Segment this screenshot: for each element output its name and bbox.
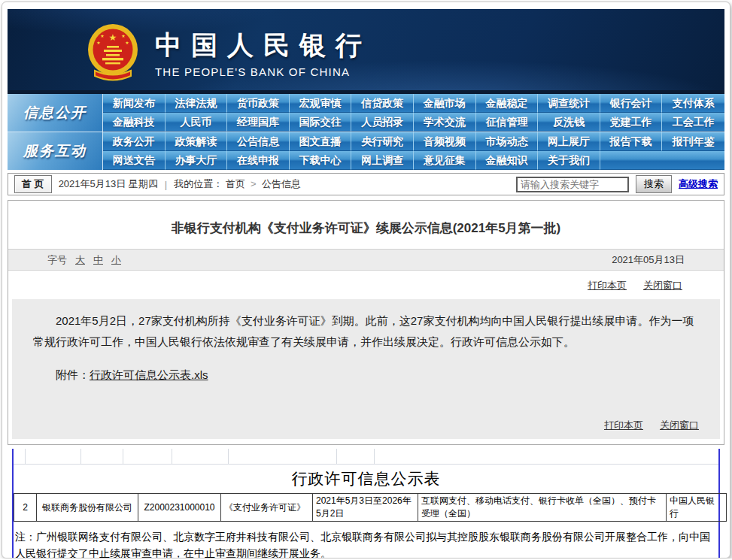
font-size-medium-link[interactable]: 中 xyxy=(93,253,103,267)
nav-label-service-interaction[interactable]: 服务互动 xyxy=(8,132,103,170)
font-size-large-link[interactable]: 大 xyxy=(75,253,85,267)
attachment-label: 附件： xyxy=(56,368,90,381)
nav-item[interactable]: 金融市场 xyxy=(414,94,476,113)
grid-cell xyxy=(172,449,229,464)
nav-item[interactable]: 图文直播 xyxy=(290,132,352,151)
nav-section-service: 服务互动 政务公开政策解读公告信息图文直播央行研究音频视频市场动态网上展厅报告下… xyxy=(8,132,724,170)
nav-item[interactable]: 市场动态 xyxy=(476,132,539,151)
svg-text:★: ★ xyxy=(100,34,104,38)
nav-item[interactable]: 调查统计 xyxy=(538,94,600,113)
grid-cell xyxy=(26,449,81,464)
nav-section-info: 信息公开 新闻发布法律法规货币政策宏观审慎信贷政策金融市场金融稳定调查统计银行会… xyxy=(8,94,724,132)
main-nav: 信息公开 新闻发布法律法规货币政策宏观审慎信贷政策金融市场金融稳定调查统计银行会… xyxy=(8,90,724,170)
grid-cell xyxy=(337,449,375,464)
page-title: 非银行支付机构《支付业务许可证》续展公示信息(2021年5月第一批) xyxy=(8,201,724,249)
svg-text:★: ★ xyxy=(109,32,117,43)
nav-item[interactable]: 网上展厅 xyxy=(538,132,600,151)
grid-cell xyxy=(81,449,123,464)
nav-item[interactable]: 工会工作 xyxy=(662,113,724,132)
nav-item[interactable]: 党建工作 xyxy=(600,113,663,132)
print-close-row-top: 打印本页 关闭窗口 xyxy=(8,271,724,299)
cell-cert-name: 《支付业务许可证》 xyxy=(221,494,313,522)
breadcrumb-home-link[interactable]: 首页 xyxy=(226,178,245,189)
close-window-link[interactable]: 关闭窗口 xyxy=(643,279,682,292)
site-title-cn: 中国人民银行 xyxy=(155,28,372,63)
nav-item[interactable]: 办事大厅 xyxy=(166,151,228,170)
grid-cell xyxy=(229,449,337,464)
nav-item[interactable]: 在线申报 xyxy=(227,151,290,170)
advanced-search-link[interactable]: 高级搜索 xyxy=(679,177,718,191)
nav-item[interactable]: 报告下载 xyxy=(600,132,663,151)
print-close-row-bottom: 打印本页 关闭窗口 xyxy=(604,419,699,432)
nav-item[interactable]: 下载中心 xyxy=(290,151,352,170)
nav-item[interactable]: 人民币 xyxy=(166,113,228,132)
font-size-small-link[interactable]: 小 xyxy=(111,253,121,267)
breadcrumb-divider: | xyxy=(165,179,167,190)
breadcrumb-arrow: > xyxy=(251,178,257,189)
license-table-title: 行政许可信息公示表 xyxy=(14,465,718,492)
nav-item[interactable]: 法律法规 xyxy=(166,94,228,113)
nav-item[interactable]: 新闻发布 xyxy=(103,94,166,113)
attachment-link[interactable]: 行政许可信息公示表.xls xyxy=(90,368,208,381)
nav-item[interactable]: 支付体系 xyxy=(662,94,724,113)
grid-cell xyxy=(375,449,718,464)
breadcrumb: 我的位置： 首页 > 公告信息 xyxy=(174,177,301,191)
svg-text:★: ★ xyxy=(125,41,129,45)
nav-item[interactable]: 货币政策 xyxy=(227,94,290,113)
nav-item[interactable]: 信贷政策 xyxy=(351,94,414,113)
font-size-bar: 字号 大 中 小 2021年05月13日 xyxy=(8,249,724,271)
nav-grid-service: 政务公开政策解读公告信息图文直播央行研究音频视频市场动态网上展厅报告下载报刊年鉴… xyxy=(103,132,724,170)
article-date: 2021年05月13日 xyxy=(612,253,685,267)
nav-item[interactable]: 银行会计 xyxy=(600,94,663,113)
nav-item[interactable]: 金融稳定 xyxy=(476,94,539,113)
cell-issuer: 中国人民银行 xyxy=(667,494,727,522)
spreadsheet-preview: 行政许可信息公示表 2 银联商务股份有限公司 Z2000231000010 《支… xyxy=(12,449,720,558)
print-page-link-bottom[interactable]: 打印本页 xyxy=(604,419,643,432)
search-input[interactable] xyxy=(516,177,629,192)
home-button[interactable]: 首 页 xyxy=(14,175,52,193)
nav-item[interactable]: 报刊年鉴 xyxy=(662,132,724,151)
nav-item[interactable]: 政务公开 xyxy=(103,132,166,151)
nav-item[interactable]: 学术交流 xyxy=(414,113,476,132)
nav-cell-empty xyxy=(662,151,724,170)
site-title-en: THE PEOPLE'S BANK OF CHINA xyxy=(155,65,372,78)
search-button[interactable]: 搜索 xyxy=(636,175,672,193)
cell-index: 2 xyxy=(14,494,37,522)
table-note: 注：广州银联网络支付有限公司、北京数字王府井科技有限公司、北京银联商务有限公司拟… xyxy=(14,522,718,558)
nav-item[interactable]: 政策解读 xyxy=(166,132,228,151)
nav-item[interactable]: 意见征集 xyxy=(414,151,476,170)
svg-text:★: ★ xyxy=(96,41,100,45)
spreadsheet-header-row xyxy=(14,449,718,465)
nav-item[interactable]: 反洗钱 xyxy=(538,113,600,132)
nav-item[interactable]: 金融科技 xyxy=(103,113,166,132)
license-table: 2 银联商务股份有限公司 Z2000231000010 《支付业务许可证》 20… xyxy=(14,493,727,522)
nav-item[interactable]: 网送文告 xyxy=(103,151,166,170)
article-paragraph: 2021年5月2日，27家支付机构所持《支付业务许可证》到期。此前，这27家支付… xyxy=(33,310,699,353)
search-area: 搜索 高级搜索 xyxy=(516,175,718,193)
nav-item[interactable]: 公告信息 xyxy=(227,132,290,151)
print-page-link[interactable]: 打印本页 xyxy=(588,279,627,292)
font-size-label: 字号 xyxy=(47,253,67,267)
nav-item[interactable]: 人员招录 xyxy=(351,113,414,132)
grid-cell xyxy=(123,449,172,464)
current-date: 2021年5月13日 星期四 xyxy=(59,177,158,191)
table-row: 2 银联商务股份有限公司 Z2000231000010 《支付业务许可证》 20… xyxy=(14,494,727,522)
breadcrumb-bar: 首 页 2021年5月13日 星期四 | 我的位置： 首页 > 公告信息 搜索 … xyxy=(8,173,724,195)
close-window-link-bottom[interactable]: 关闭窗口 xyxy=(660,419,699,432)
cell-license-no: Z2000231000010 xyxy=(138,494,221,522)
nav-item[interactable]: 经理国库 xyxy=(227,113,290,132)
nav-item[interactable]: 金融知识 xyxy=(476,151,539,170)
svg-text:★: ★ xyxy=(121,34,125,38)
nav-item[interactable]: 关于我们 xyxy=(538,151,600,170)
nav-item[interactable]: 央行研究 xyxy=(351,132,414,151)
location-label: 我的位置： xyxy=(174,178,223,189)
nav-label-info-disclosure[interactable]: 信息公开 xyxy=(8,94,103,132)
nav-item[interactable]: 宏观审慎 xyxy=(290,94,352,113)
cell-services: 互联网支付、移动电话支付、银行卡收单（全国）、预付卡受理（全国） xyxy=(418,494,667,522)
nav-item[interactable]: 征信管理 xyxy=(476,113,539,132)
breadcrumb-current-link[interactable]: 公告信息 xyxy=(262,178,301,189)
nav-item[interactable]: 国际交往 xyxy=(290,113,352,132)
nav-item[interactable]: 网上调查 xyxy=(351,151,414,170)
site-banner: ★ ★ ★ ★ ★ 中国人民银行 THE PEOPLE'S BANK OF CH… xyxy=(8,9,724,90)
nav-item[interactable]: 音频视频 xyxy=(414,132,476,151)
